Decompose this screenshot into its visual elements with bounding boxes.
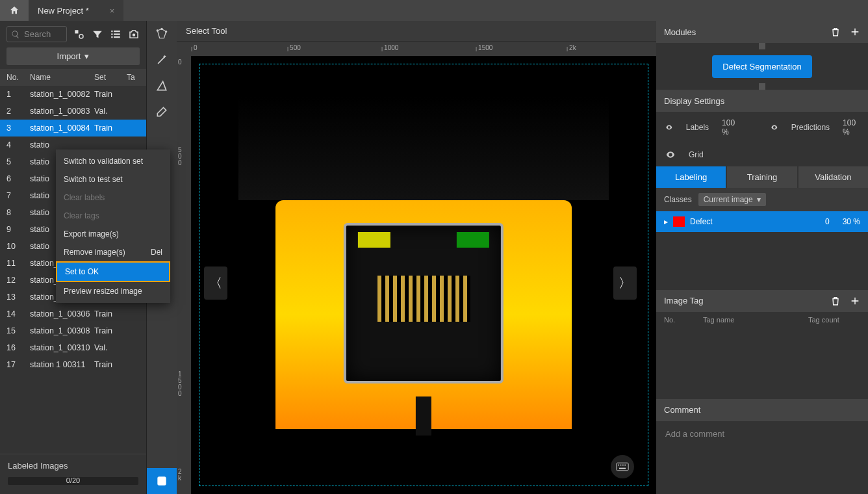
svg-rect-3	[114, 31, 120, 32]
context-menu-item: Clear tags	[56, 207, 170, 225]
project-tab[interactable]: New Project * ×	[29, 0, 123, 21]
canvas-header: Select Tool	[177, 21, 656, 42]
svg-point-8	[133, 33, 136, 36]
canvas-viewport[interactable]: 〈 〉	[191, 56, 656, 494]
context-menu-item[interactable]: Remove image(s)Del	[56, 243, 170, 261]
svg-rect-2	[111, 31, 112, 32]
canvas-area: Select Tool 0 500 1000 1500 2k 0 5 0 0 1…	[177, 21, 656, 494]
title-bar: New Project * ×	[0, 0, 868, 21]
comment-input[interactable]: Add a comment	[656, 421, 868, 495]
svg-point-11	[165, 31, 167, 32]
eye-icon[interactable]	[665, 122, 673, 133]
context-menu-item[interactable]: Preview resized image	[56, 282, 170, 300]
ruler-vertical: 0 5 0 0 1 5 0 0 2 k	[177, 56, 191, 494]
svg-rect-6	[111, 36, 112, 38]
shape-tool[interactable]	[147, 73, 177, 99]
context-menu-item[interactable]: Switch to test set	[56, 170, 170, 188]
module-chip[interactable]: Defect Segmentation	[712, 55, 811, 78]
list-row[interactable]: 2station_1_00083Val.	[0, 103, 146, 120]
labeled-images-section: Labeled Images 0/20	[0, 454, 146, 494]
context-menu-item[interactable]: Set to OK	[56, 261, 170, 282]
svg-rect-7	[114, 36, 120, 38]
svg-rect-0	[75, 30, 78, 33]
svg-point-10	[160, 28, 162, 30]
chevron-down-icon: ▾	[757, 195, 761, 204]
modules-header: Modules	[656, 21, 868, 43]
displayed-image	[238, 97, 609, 466]
close-tab-icon[interactable]: ×	[110, 6, 115, 16]
class-color-swatch	[673, 216, 685, 227]
right-panel: Modules Defect Segmentation Display Sett…	[656, 21, 868, 494]
svg-rect-5	[114, 33, 120, 34]
tab-validation[interactable]: Validation	[798, 166, 868, 188]
tag-columns: No.Tag nameTag count	[656, 312, 868, 328]
classes-scope-dropdown[interactable]: Current image▾	[698, 193, 766, 206]
eraser-tool[interactable]	[147, 99, 177, 125]
eye-icon[interactable]	[665, 150, 676, 160]
svg-rect-13	[617, 463, 628, 471]
keyboard-shortcuts-button[interactable]	[611, 455, 634, 478]
search-input[interactable]: Search	[6, 26, 67, 42]
image-tag-header: Image Tag	[656, 290, 868, 312]
class-row[interactable]: ▸ Defect 030 %	[656, 211, 868, 232]
filter-icon[interactable]	[92, 29, 103, 40]
delete-module-icon[interactable]	[830, 27, 841, 37]
mode-tabs: Labeling Training Validation	[656, 166, 868, 188]
svg-point-9	[157, 29, 159, 31]
list-row[interactable]: 3station_1_00084Train	[0, 120, 146, 136]
display-settings-header: Display Settings	[656, 90, 868, 112]
list-row[interactable]: 1station_1_00082Train	[0, 86, 146, 103]
camera-icon[interactable]	[128, 29, 140, 40]
import-button[interactable]: Import ▾	[6, 47, 140, 65]
eye-icon[interactable]	[771, 122, 778, 133]
labeled-progress-bar: 0/20	[8, 477, 138, 485]
next-image-button[interactable]: 〉	[613, 266, 637, 300]
search-icon	[11, 30, 20, 39]
list-row[interactable]: 14station_1_00306Train	[0, 306, 146, 322]
chevron-down-icon: ▾	[84, 51, 89, 61]
context-menu-item[interactable]: Export image(s)	[56, 225, 170, 243]
home-icon	[9, 5, 19, 16]
svg-rect-17	[624, 465, 626, 466]
svg-rect-18	[619, 468, 626, 469]
comment-header: Comment	[656, 399, 868, 421]
mask-tool-selected[interactable]	[147, 468, 177, 494]
home-button[interactable]	[0, 0, 29, 21]
list-row[interactable]: 16station_1_00310Val.	[0, 339, 146, 356]
list-row[interactable]: 15station_1_00308Train	[0, 322, 146, 339]
tab-training[interactable]: Training	[727, 166, 797, 188]
tab-labeling[interactable]: Labeling	[656, 166, 726, 188]
project-title: New Project *	[38, 6, 89, 16]
polygon-tool[interactable]	[147, 21, 177, 47]
classes-title: Classes	[664, 195, 692, 204]
svg-rect-4	[111, 33, 112, 34]
list-row[interactable]: 17station 1 00311Train	[0, 356, 146, 373]
list-header: No. Name Set Ta	[0, 69, 146, 86]
prev-image-button[interactable]: 〈	[204, 266, 227, 300]
search-placeholder: Search	[24, 29, 51, 39]
labeled-images-title: Labeled Images	[8, 461, 138, 471]
image-frame	[199, 64, 648, 486]
add-module-icon[interactable]	[850, 27, 860, 37]
svg-point-1	[79, 34, 83, 38]
list-view-icon[interactable]	[110, 29, 121, 40]
svg-rect-14	[618, 465, 619, 466]
context-menu-item: Clear labels	[56, 188, 170, 207]
context-menu: Switch to validation setSwitch to test s…	[56, 150, 170, 303]
magic-wand-tool[interactable]	[147, 47, 177, 73]
ruler-horizontal: 0 500 1000 1500 2k	[177, 42, 656, 56]
add-tag-icon[interactable]	[850, 296, 860, 306]
expand-icon[interactable]: ▸	[664, 217, 668, 226]
thumbnail-view-icon[interactable]	[73, 29, 85, 40]
delete-tag-icon[interactable]	[830, 296, 841, 306]
context-menu-item[interactable]: Switch to validation set	[56, 152, 170, 170]
svg-rect-15	[620, 465, 622, 466]
svg-rect-16	[622, 465, 624, 466]
svg-rect-12	[157, 476, 166, 485]
